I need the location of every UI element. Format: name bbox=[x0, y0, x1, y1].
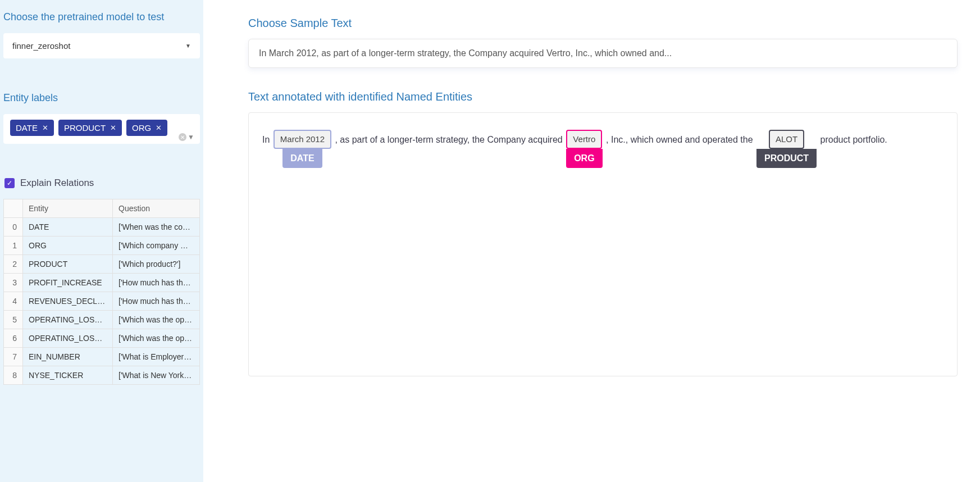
cell-index: 4 bbox=[4, 292, 23, 311]
chip-label: ORG bbox=[132, 123, 151, 133]
table-row: 3PROFIT_INCREASE['How much has the growt… bbox=[4, 274, 200, 292]
chip-label: PRODUCT bbox=[64, 123, 106, 133]
text-segment: , as part of a longer-term strategy, the… bbox=[335, 130, 562, 147]
table-row: 7EIN_NUMBER['What is Employer Identifica… bbox=[4, 348, 200, 366]
table-row: 8NYSE_TICKER['What is New York Stock Exc… bbox=[4, 366, 200, 385]
model-dropdown[interactable]: finner_zeroshot ▼ bbox=[3, 33, 200, 58]
cell-index: 7 bbox=[4, 348, 23, 366]
cell-index: 0 bbox=[4, 218, 23, 237]
chevron-down-icon: ▼ bbox=[185, 43, 191, 49]
cell-question: ['How much has the revenue declined?'] bbox=[113, 292, 200, 311]
chip-product[interactable]: PRODUCT ✕ bbox=[58, 120, 122, 136]
entity-org: Vertro ORG bbox=[566, 130, 602, 168]
entity-label: DATE bbox=[282, 149, 322, 168]
cell-question: ['Which product?'] bbox=[113, 255, 200, 274]
cell-question: ['Which was the operating loss in 2019?'… bbox=[113, 329, 200, 348]
entity-panel-actions[interactable]: ✕ ▼ bbox=[179, 133, 194, 141]
cell-question: ['What is New York Stock Exchange ticker… bbox=[113, 366, 200, 385]
cell-question: ['Which company was acquired?'] bbox=[113, 237, 200, 255]
table-row: 6OPERATING_LOSS_2019['Which was the oper… bbox=[4, 329, 200, 348]
sample-text-heading: Choose Sample Text bbox=[248, 17, 958, 30]
entity-labels-panel: DATE ✕ PRODUCT ✕ ORG ✕ ✕ ▼ bbox=[3, 114, 200, 144]
annotation-heading: Text annotated with identified Named Ent… bbox=[248, 90, 958, 103]
entity-text: ALOT bbox=[769, 130, 804, 149]
cell-index: 6 bbox=[4, 329, 23, 348]
table-row: 1ORG['Which company was acquired?'] bbox=[4, 237, 200, 255]
cell-question: ['What is Employer Identification Number… bbox=[113, 348, 200, 366]
chip-label: DATE bbox=[16, 123, 38, 133]
cell-entity: EIN_NUMBER bbox=[23, 348, 113, 366]
clear-icon[interactable]: ✕ bbox=[179, 133, 186, 141]
cell-index: 2 bbox=[4, 255, 23, 274]
annotation-output: In March 2012 DATE , as part of a longer… bbox=[248, 112, 958, 376]
close-icon[interactable]: ✕ bbox=[156, 124, 162, 132]
cell-entity: OPERATING_LOSS_2020 bbox=[23, 311, 113, 329]
text-segment: product portfolio. bbox=[821, 130, 887, 147]
explain-relations-row[interactable]: ✓ Explain Relations bbox=[3, 178, 200, 189]
table-header-entity: Entity bbox=[23, 199, 113, 218]
entity-label: ORG bbox=[566, 149, 602, 168]
cell-entity: OPERATING_LOSS_2019 bbox=[23, 329, 113, 348]
cell-question: ['When was the company acquired?'] bbox=[113, 218, 200, 237]
cell-question: ['Which was the operating loss in 2020?'… bbox=[113, 311, 200, 329]
cell-entity: REVENUES_DECLINED bbox=[23, 292, 113, 311]
table-header-question: Question bbox=[113, 199, 200, 218]
text-segment: , Inc., which owned and operated the bbox=[606, 130, 753, 147]
cell-entity: NYSE_TICKER bbox=[23, 366, 113, 385]
table-row: 2PRODUCT['Which product?'] bbox=[4, 255, 200, 274]
entity-product: ALOT PRODUCT bbox=[756, 130, 817, 168]
cell-index: 5 bbox=[4, 311, 23, 329]
table-header-index bbox=[4, 199, 23, 218]
cell-entity: ORG bbox=[23, 237, 113, 255]
explain-checkbox[interactable]: ✓ bbox=[4, 178, 15, 188]
chip-date[interactable]: DATE ✕ bbox=[10, 120, 54, 136]
entity-text: Vertro bbox=[566, 130, 602, 149]
sidebar: Choose the pretrained model to test finn… bbox=[0, 0, 203, 482]
model-label: Choose the pretrained model to test bbox=[3, 11, 200, 23]
text-segment: In bbox=[262, 130, 270, 147]
model-dropdown-value: finner_zeroshot bbox=[12, 41, 70, 51]
cell-entity: PROFIT_INCREASE bbox=[23, 274, 113, 292]
entity-text: March 2012 bbox=[274, 130, 331, 149]
cell-index: 1 bbox=[4, 237, 23, 255]
close-icon[interactable]: ✕ bbox=[110, 124, 116, 132]
entity-labels-heading: Entity labels bbox=[3, 92, 200, 104]
chip-org[interactable]: ORG ✕ bbox=[126, 120, 167, 136]
cell-entity: DATE bbox=[23, 218, 113, 237]
cell-question: ['How much has the growth increased?'] bbox=[113, 274, 200, 292]
cell-index: 8 bbox=[4, 366, 23, 385]
close-icon[interactable]: ✕ bbox=[42, 124, 48, 132]
table-row: 4REVENUES_DECLINED['How much has the rev… bbox=[4, 292, 200, 311]
entity-date: March 2012 DATE bbox=[274, 130, 331, 168]
sample-text-dropdown[interactable]: In March 2012, as part of a longer-term … bbox=[248, 39, 958, 68]
table-row: 0DATE['When was the company acquired?'] bbox=[4, 218, 200, 237]
relations-table: Entity Question 0DATE['When was the comp… bbox=[3, 199, 200, 385]
entity-label: PRODUCT bbox=[756, 149, 817, 168]
explain-label: Explain Relations bbox=[20, 178, 94, 189]
cell-entity: PRODUCT bbox=[23, 255, 113, 274]
table-row: 5OPERATING_LOSS_2020['Which was the oper… bbox=[4, 311, 200, 329]
cell-index: 3 bbox=[4, 274, 23, 292]
chevron-down-icon[interactable]: ▼ bbox=[188, 133, 194, 141]
main-content: Choose Sample Text In March 2012, as par… bbox=[203, 0, 980, 482]
